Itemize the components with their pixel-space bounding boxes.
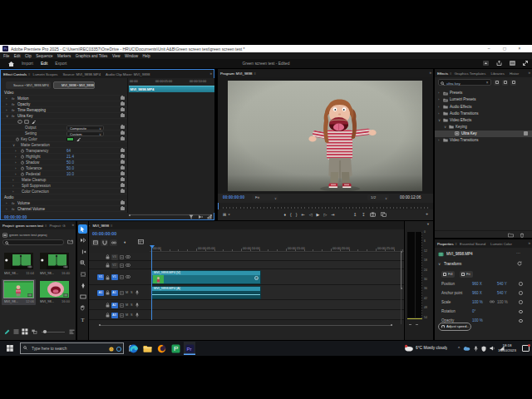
lock-icon[interactable] xyxy=(106,275,110,280)
new-custom-bin-icon[interactable] xyxy=(508,233,514,238)
track-lane-v1[interactable]: MVI_9898.MP4 [V]fx xyxy=(150,269,404,285)
source-clip-button[interactable]: Source • MVI_9898.MP4 xyxy=(6,81,51,89)
program-tab-program-mvi-9898[interactable]: Program: MVI_9898 xyxy=(218,71,254,76)
effect-controls-tab-source-mvi-9898-mp4[interactable]: Source: MVI_9898.MP4 xyxy=(60,72,103,76)
source-patch-v1[interactable]: V1 xyxy=(97,274,104,280)
chevron-right-icon[interactable]: › xyxy=(438,111,439,116)
go-to-in-icon[interactable]: ⇤ xyxy=(301,212,304,217)
play-audio-icon[interactable] xyxy=(198,214,203,219)
reset-icon[interactable] xyxy=(121,207,125,210)
add-marker-icon[interactable]: ♦ xyxy=(284,212,287,217)
toggle-animation-icon[interactable] xyxy=(519,319,523,323)
tool-razor[interactable] xyxy=(78,259,87,268)
timeline-clip-v1[interactable]: MVI_9898.MP4 [V]fx xyxy=(151,270,261,284)
source-patch-a1[interactable]: A1 xyxy=(97,290,104,296)
icon-view-icon[interactable] xyxy=(22,328,28,335)
play-icon[interactable]: ▶ xyxy=(317,212,320,217)
automate-to-sequence-icon[interactable] xyxy=(69,329,75,335)
program-current-time[interactable]: 00:00:00:00 xyxy=(223,195,244,200)
effect-controls-timecode[interactable]: 00:00:00:00 xyxy=(4,214,27,219)
chevron-down-icon[interactable]: ∨ xyxy=(6,114,8,118)
reset-icon[interactable] xyxy=(121,184,125,187)
chevron-down-icon[interactable]: ∨ xyxy=(438,262,441,266)
reset-icon[interactable] xyxy=(121,126,125,129)
microphone-icon[interactable] xyxy=(135,290,139,295)
mute-button[interactable]: M xyxy=(126,313,128,317)
lock-icon[interactable] xyxy=(106,254,110,259)
effects-tree-item-video-transitions[interactable]: ›Video Transitions xyxy=(435,137,532,144)
clear-search-icon[interactable]: × xyxy=(486,81,489,85)
zoom-level-dropdown[interactable]: Fit∨ xyxy=(252,195,278,200)
sync-lock-icon[interactable] xyxy=(120,255,124,259)
project-search-input[interactable] xyxy=(2,239,64,245)
chevron-right-icon[interactable]: › xyxy=(438,91,439,95)
effects-tree-item-video-effects[interactable]: ∨Video Effects xyxy=(435,116,532,123)
program-scrubber[interactable] xyxy=(218,203,433,209)
sync-lock-icon[interactable] xyxy=(120,264,124,268)
chevron-down-icon[interactable]: ∨ xyxy=(444,125,446,129)
mute-button[interactable]: M xyxy=(126,303,128,307)
effect-controls-row-shadow[interactable]: ›Shadow50.0 xyxy=(1,160,127,165)
project-item-1[interactable]: MVI_98...11:04 xyxy=(2,251,36,277)
reset-icon[interactable] xyxy=(121,172,125,175)
reset-icon[interactable] xyxy=(121,102,125,106)
weather-icon[interactable] xyxy=(404,344,414,352)
effect-controls-row-transparency[interactable]: ›Transparency64 xyxy=(1,148,127,154)
timeline-playhead-cap[interactable] xyxy=(150,245,155,249)
menu-item-view[interactable]: View xyxy=(112,54,121,58)
eyedropper-icon[interactable] xyxy=(32,120,36,124)
eye-icon[interactable] xyxy=(126,275,131,278)
microphone-icon[interactable] xyxy=(135,303,139,308)
tool-pen[interactable] xyxy=(78,281,87,290)
effects-tab-histor[interactable]: Histor xyxy=(507,71,521,76)
menu-item-window[interactable]: Window xyxy=(125,54,138,58)
lift-icon[interactable]: ↥ xyxy=(353,212,357,217)
export-frame-icon[interactable] xyxy=(370,212,376,217)
chevron-right-icon[interactable]: › xyxy=(6,201,7,205)
menu-item-markers[interactable]: Markers xyxy=(57,54,71,58)
project-item-3[interactable]: MVI_98...12:06 xyxy=(2,279,36,305)
effect-controls-row-spill-suppression[interactable]: ›Spill Suppression xyxy=(1,183,127,189)
microphone-icon[interactable] xyxy=(135,313,139,318)
lock-icon[interactable] xyxy=(106,313,110,318)
track-lane-a1[interactable]: MVI_9898.MP4 [A]fx xyxy=(150,285,404,300)
effect-controls-row-matte-generation[interactable]: ∨Matte Generation xyxy=(1,142,127,148)
delete-icon[interactable] xyxy=(520,233,525,238)
effect-controls-row-volume[interactable]: ›fxVolume xyxy=(1,200,127,206)
project-tab-project-g[interactable]: Project: G xyxy=(47,224,67,228)
eye-icon[interactable] xyxy=(126,264,131,267)
reset-icon[interactable] xyxy=(121,201,125,204)
lock-icon[interactable] xyxy=(106,303,110,308)
stopwatch-icon[interactable] xyxy=(21,149,24,153)
taskbar-app-edge[interactable] xyxy=(127,342,139,355)
effects-tab-graphics-templates[interactable]: Graphics Templates xyxy=(452,71,489,76)
track-lane-v3[interactable] xyxy=(150,253,404,261)
menu-item-sequence[interactable]: Sequence xyxy=(36,54,52,58)
property-value[interactable]: 540 Y xyxy=(497,282,507,286)
chevron-right-icon[interactable]: › xyxy=(15,160,16,165)
properties-tab-lumetri-color[interactable]: Lumetri Color xyxy=(488,242,515,246)
effect-controls-row-output[interactable]: OutputComposite∨ xyxy=(1,125,127,131)
tool-ripple-edit[interactable] xyxy=(78,247,87,256)
chevron-right-icon[interactable]: › xyxy=(12,178,13,182)
stopwatch-icon[interactable] xyxy=(21,155,24,159)
property-value[interactable]: 100 % xyxy=(497,300,508,304)
taskbar-app-green-app[interactable]: P xyxy=(170,342,181,355)
stopwatch-icon[interactable] xyxy=(21,160,24,165)
reset-icon[interactable] xyxy=(121,137,125,140)
reset-icon[interactable] xyxy=(121,190,125,193)
workspaces-icon[interactable] xyxy=(510,61,515,66)
zoom-slider[interactable] xyxy=(42,332,65,332)
effect-controls-row-motion[interactable]: ›fxMotion xyxy=(1,96,127,101)
security-shield-icon[interactable] xyxy=(481,346,486,352)
property-value[interactable]: 100 % xyxy=(472,318,483,323)
project-tab-project-green-screen-test[interactable]: Project: green screen test xyxy=(0,224,46,228)
solo-button[interactable]: S xyxy=(131,303,133,307)
toggle-animation-icon[interactable] xyxy=(519,300,523,304)
effect-controls-tab-audio-clip-mixer-mvi-9898[interactable]: Audio Clip Mixer: MVI_9898 xyxy=(103,72,152,76)
reset-icon[interactable] xyxy=(121,149,125,152)
freeform-view-icon[interactable] xyxy=(32,329,37,335)
effect-controls-row-time-remapping[interactable]: ›fxTime Remapping xyxy=(1,107,127,113)
overflow-icon[interactable]: » xyxy=(528,241,530,245)
effect-controls-row-color-correction[interactable]: ›Color Correction xyxy=(1,189,127,195)
